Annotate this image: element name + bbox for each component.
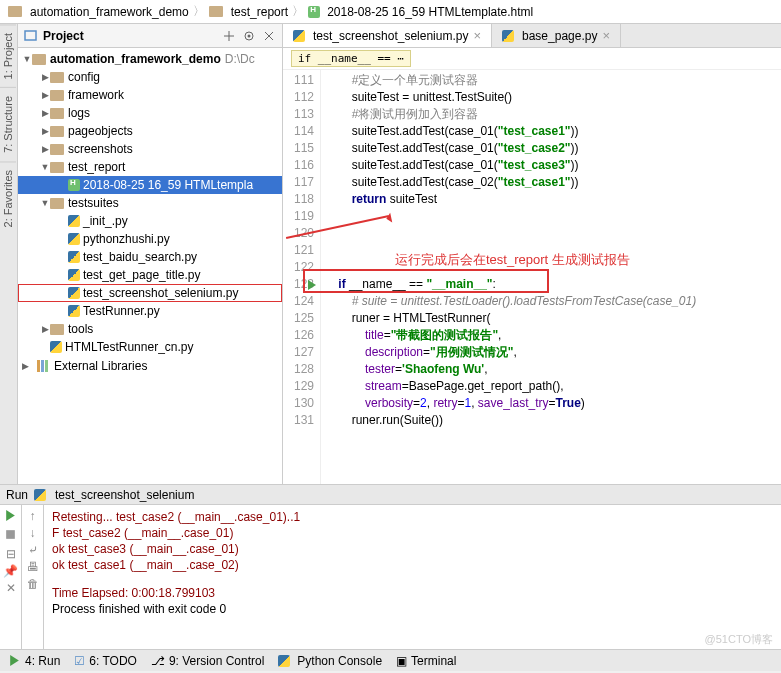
hide-icon[interactable] [262, 29, 276, 43]
close-icon[interactable]: × [473, 28, 481, 43]
tree-file[interactable]: HTMLTestRunner_cn.py [18, 338, 282, 356]
folder-icon [50, 126, 64, 137]
svg-rect-0 [25, 31, 36, 40]
bottom-todo[interactable]: ☑6: TODO [74, 654, 137, 668]
bottom-toolbar: 4: Run ☑6: TODO ⎇9: Version Control Pyth… [0, 649, 781, 671]
code-editor[interactable]: 111112113 114115116 117118119 120121122 … [283, 70, 781, 484]
tree-file[interactable]: test_baidu_search.py [18, 248, 282, 266]
folder-icon [209, 6, 223, 17]
chevron-right-icon[interactable]: ▶ [22, 361, 32, 371]
tree-file[interactable]: _init_.py [18, 212, 282, 230]
gear-icon[interactable] [242, 29, 256, 43]
tree-file-highlighted[interactable]: test_screenshot_selenium.py [18, 284, 282, 302]
tree-folder-test-report[interactable]: ▼test_report [18, 158, 282, 176]
output-line: Retesting... test_case2 (__main__.case_0… [52, 509, 773, 525]
output-line: Time Elapsed: 0:00:18.799103 [52, 585, 773, 601]
print-icon[interactable]: 🖶 [27, 560, 39, 574]
chevron-right-icon[interactable]: ▶ [40, 324, 50, 334]
python-icon [278, 655, 290, 667]
run-gutter-icon[interactable] [303, 276, 321, 293]
tree-file[interactable]: test_get_page_title.py [18, 266, 282, 284]
code-breadcrumb: if __name__ == ⋯ [283, 48, 781, 70]
rerun-button[interactable] [4, 509, 17, 525]
svg-rect-5 [45, 360, 48, 372]
breadcrumb-mid[interactable]: test_report [231, 5, 288, 19]
trash-icon[interactable]: 🗑 [27, 577, 39, 591]
html-icon [68, 179, 80, 191]
tree-file-selected[interactable]: 2018-08-25 16_59 HTMLtempla [18, 176, 282, 194]
html-icon [308, 6, 320, 18]
folder-icon [50, 144, 64, 155]
tab-active[interactable]: test_screenshot_selenium.py × [283, 24, 492, 47]
python-icon [68, 269, 80, 281]
tree-folder[interactable]: ▶tools [18, 320, 282, 338]
sidebar-tab-structure[interactable]: 7: Structure [0, 87, 16, 161]
project-title: Project [43, 29, 84, 43]
wrap-icon[interactable]: ⤶ [28, 543, 38, 557]
editor-tabs: test_screenshot_selenium.py × base_page.… [283, 24, 781, 48]
python-icon [68, 305, 80, 317]
chevron-right-icon[interactable]: ▶ [40, 72, 50, 82]
python-icon [68, 251, 80, 263]
close-icon[interactable]: × [602, 28, 610, 43]
tree-root-path: D:\Dc [225, 52, 255, 66]
tree-folder[interactable]: ▶screenshots [18, 140, 282, 158]
output-line: ok test_case3 (__main__.case_01) [52, 541, 773, 557]
annotation-text: 运行完成后会在test_report 生成测试报告 [395, 251, 630, 269]
external-libraries[interactable]: ▶ External Libraries [18, 356, 282, 376]
tree-root[interactable]: ▼ automation_framework_demo D:\Dc [18, 50, 282, 68]
bottom-run[interactable]: 4: Run [8, 654, 60, 668]
tree-root-label: automation_framework_demo [50, 52, 221, 66]
pin-icon[interactable]: 📌 [3, 564, 18, 578]
output-line: Process finished with exit code 0 [52, 601, 773, 617]
run-panel: Run test_screenshot_selenium ⊟ 📌 ✕ ↑ ↓ ⤶… [0, 484, 781, 649]
crumb-chip[interactable]: if __name__ == ⋯ [291, 50, 411, 67]
down-arrow-icon[interactable]: ↓ [30, 526, 36, 540]
breadcrumb-leaf[interactable]: 2018-08-25 16_59 HTMLtemplate.html [327, 5, 533, 19]
code-lines[interactable]: #定义一个单元测试容器 suiteTest = unittest.TestSui… [321, 70, 781, 484]
bottom-vc[interactable]: ⎇9: Version Control [151, 654, 264, 668]
tree-file[interactable]: pythonzhushi.py [18, 230, 282, 248]
project-header: Project [18, 24, 282, 48]
tree-file[interactable]: TestRunner.py [18, 302, 282, 320]
chevron-down-icon[interactable]: ▼ [40, 162, 50, 172]
svg-rect-4 [41, 360, 44, 372]
breadcrumb-root[interactable]: automation_framework_demo [30, 5, 189, 19]
layout-icon[interactable]: ⊟ [6, 547, 16, 561]
run-toolbar-nav: ↑ ↓ ⤶ 🖶 🗑 [22, 505, 44, 649]
sidebar-tab-project[interactable]: 1: Project [0, 24, 16, 87]
output-line: F test_case2 (__main__.case_01) [52, 525, 773, 541]
stop-button[interactable] [4, 528, 17, 544]
bottom-terminal[interactable]: ▣Terminal [396, 654, 456, 668]
breadcrumb: automation_framework_demo 〉 test_report … [0, 0, 781, 24]
chevron-down-icon[interactable]: ▼ [22, 54, 32, 64]
folder-icon [50, 198, 64, 209]
tree-folder[interactable]: ▶pageobjects [18, 122, 282, 140]
svg-rect-3 [37, 360, 40, 372]
output-line: ok test_case1 (__main__.case_02) [52, 557, 773, 573]
run-output[interactable]: Retesting... test_case2 (__main__.case_0… [44, 505, 781, 649]
sidebar-tab-favorites[interactable]: 2: Favorites [0, 161, 16, 235]
chevron-right-icon[interactable]: ▶ [40, 108, 50, 118]
chevron-right-icon[interactable]: ▶ [40, 126, 50, 136]
tree-folder-testsuites[interactable]: ▼testsuites [18, 194, 282, 212]
python-icon [34, 489, 46, 501]
chevron-right-icon[interactable]: ▶ [40, 144, 50, 154]
project-icon [24, 29, 37, 42]
collapse-icon[interactable] [222, 29, 236, 43]
folder-icon [50, 324, 64, 335]
project-panel: Project ▼ automation_framework_demo D:\D… [18, 24, 283, 484]
tree-folder[interactable]: ▶framework [18, 86, 282, 104]
watermark: @51CTO博客 [705, 632, 773, 647]
tab-other[interactable]: base_page.py × [492, 24, 621, 47]
tree-folder[interactable]: ▶logs [18, 104, 282, 122]
up-arrow-icon[interactable]: ↑ [30, 509, 36, 523]
bottom-python-console[interactable]: Python Console [278, 654, 382, 668]
chevron-right-icon[interactable]: ▶ [40, 90, 50, 100]
project-tree[interactable]: ▼ automation_framework_demo D:\Dc ▶confi… [18, 48, 282, 484]
run-toolbar-left: ⊟ 📌 ✕ [0, 505, 22, 649]
chevron-right-icon: 〉 [193, 3, 205, 20]
chevron-down-icon[interactable]: ▼ [40, 198, 50, 208]
tree-folder[interactable]: ▶config [18, 68, 282, 86]
close-icon[interactable]: ✕ [6, 581, 16, 595]
